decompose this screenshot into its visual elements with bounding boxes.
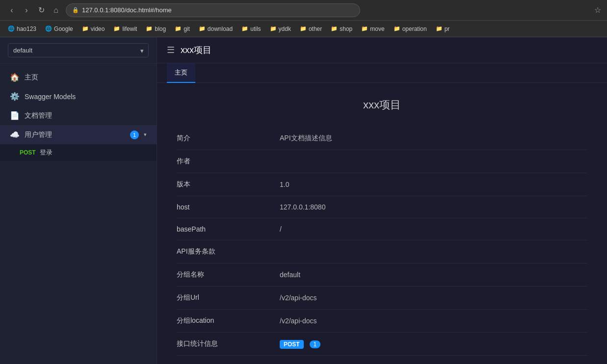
reload-button[interactable]: ↻ [35,4,47,16]
bookmark-move[interactable]: 📁move [357,24,388,34]
sidebar-swagger-label: Swagger Models [25,93,147,101]
bookmark-shop[interactable]: 📁shop [327,24,356,34]
menu-icon[interactable]: ☰ [167,45,175,55]
folder-icon: 📁 [436,26,443,32]
home-icon: 🏠 [10,73,20,82]
bookmark-label: operation [402,26,427,32]
bookmark-label: download [208,26,233,32]
bookmark-yddk[interactable]: 📁yddk [266,24,295,34]
bookmark-label: video [91,26,105,32]
nav-buttons: ‹ › ↻ ⌂ [6,4,62,16]
method-post-label: POST [20,149,36,156]
main-title: xxx项目 [181,44,211,56]
bookmark-google[interactable]: 🌐Google [41,24,77,34]
table-row: 接口统计信息 POST 1 [177,333,587,356]
lock-icon: 🔒 [72,7,79,13]
sidebar-item-users[interactable]: ☁️ 用户管理 1 ▾ [0,125,157,144]
bookmark-pr[interactable]: 📁pr [432,24,454,34]
bookmark-label: git [184,26,190,32]
bookmark-other[interactable]: 📁other [296,24,326,34]
folder-icon: 📁 [146,26,153,32]
row-value [275,240,587,263]
folder-icon: 📁 [175,26,182,32]
post-method-badge: POST [280,340,304,349]
main-header: ☰ xxx项目 [157,37,607,63]
row-key: API服务条款 [177,240,275,263]
content-area: xxx项目 简介 API文档描述信息 作者 版本 1.0 [157,83,607,364]
row-value: 1.0 [275,173,587,196]
table-row: 分组Url /v2/api-docs [177,286,587,310]
table-row: host 127.0.0.1:8080 [177,196,587,218]
expand-icon: ▾ [144,131,147,138]
address-bar[interactable]: 🔒 127.0.0.1:8080/doc.html#/home [66,3,360,17]
forward-button[interactable]: › [21,4,32,16]
folder-icon: 📁 [331,26,338,32]
bookmark-lifewit[interactable]: 📁lifewit [109,24,141,34]
row-value: API文档描述信息 [275,127,587,150]
sidebar-nav: 🏠 主页 ⚙️ Swagger Models 📄 文档管理 ☁️ 用户管理 1 … [0,64,157,165]
folder-icon: 📁 [394,26,400,32]
users-badge: 1 [130,130,139,139]
table-row: 简介 API文档描述信息 [177,127,587,150]
folder-icon: 📁 [199,26,206,32]
row-key: host [177,196,275,218]
sub-item-login-label: 登录 [40,148,53,157]
tab-home[interactable]: 主页 [167,63,195,83]
bookmark-label: move [370,26,384,32]
home-button[interactable]: ⌂ [50,4,62,16]
folder-icon: 📁 [300,26,307,32]
app-layout: default 🏠 主页 ⚙️ Swagger Models 📄 文档管理 ☁️… [0,37,607,364]
row-key: 分组名称 [177,263,275,286]
bookmark-blog[interactable]: 📁blog [142,24,170,34]
row-key: basePath [177,218,275,240]
folder-icon: 📁 [82,26,89,32]
bookmark-label: Google [54,26,73,32]
sidebar-item-swagger[interactable]: ⚙️ Swagger Models [0,87,157,106]
row-value: /v2/api-docs [275,286,587,310]
bookmark-star-button[interactable]: ☆ [594,5,601,15]
sidebar-header: default [0,37,157,64]
row-value [275,150,587,173]
folder-icon: 📁 [113,26,120,32]
table-row: 分组名称 default [177,263,587,286]
bookmark-hao123[interactable]: 🌐hao123 [4,24,40,34]
bookmark-label: yddk [279,26,291,32]
table-row: 作者 [177,150,587,173]
sidebar-sub-item-login[interactable]: POST 登录 [0,144,157,161]
sidebar-users-label: 用户管理 [25,130,125,139]
back-button[interactable]: ‹ [6,4,18,16]
sidebar: default 🏠 主页 ⚙️ Swagger Models 📄 文档管理 ☁️… [0,37,157,364]
bookmark-label: utils [250,26,261,32]
gear-icon: ⚙️ [10,92,20,101]
sidebar-home-label: 主页 [25,73,147,82]
tabs-bar: 主页 [157,63,607,83]
bookmark-label: lifewit [122,26,137,32]
bookmark-download[interactable]: 📁download [195,24,237,34]
bookmark-label: other [309,26,322,32]
bookmarks-bar: 🌐hao123🌐Google📁video📁lifewit📁blog📁git📁do… [0,21,607,37]
folder-icon: 📁 [241,26,248,32]
group-select-wrapper: default [8,43,149,57]
table-row: 分组location /v2/api-docs [177,310,587,333]
row-key: 版本 [177,173,275,196]
table-row: basePath / [177,218,587,240]
bookmark-git[interactable]: 📁git [171,24,194,34]
row-key: 分组location [177,310,275,333]
row-value: default [275,263,587,286]
bookmark-video[interactable]: 📁video [78,24,109,34]
url-text: 127.0.0.1:8080/doc.html#/home [82,6,172,14]
post-count-badge: 1 [310,340,321,348]
bookmark-operation[interactable]: 📁operation [390,24,431,34]
bookmark-utils[interactable]: 📁utils [238,24,264,34]
doc-icon: 📄 [10,111,20,120]
sidebar-item-home[interactable]: 🏠 主页 [0,68,157,87]
bookmark-label: shop [340,26,352,32]
bookmark-label: blog [155,26,166,32]
row-value: POST 1 [275,333,587,356]
bookmark-label: hao123 [17,26,36,32]
group-select[interactable]: default [8,43,149,57]
sidebar-item-docs[interactable]: 📄 文档管理 [0,106,157,125]
row-value: 127.0.0.1:8080 [275,196,587,218]
folder-icon: 🌐 [45,26,52,32]
row-key: 分组Url [177,286,275,310]
